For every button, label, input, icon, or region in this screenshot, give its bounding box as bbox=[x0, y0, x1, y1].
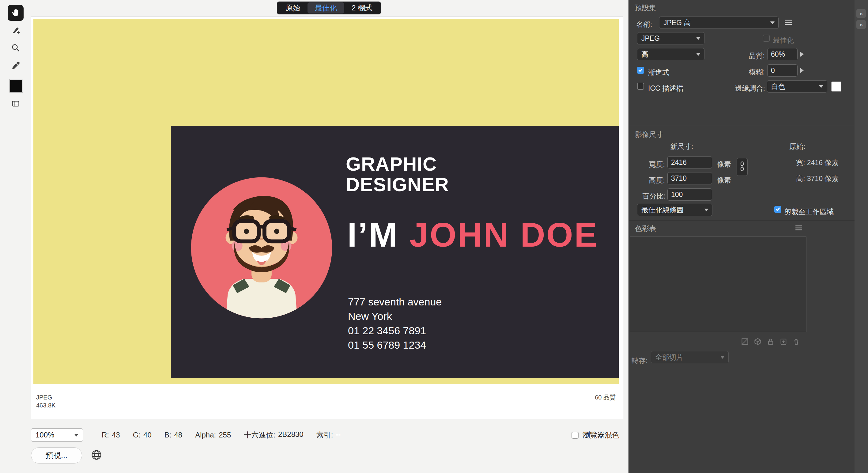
preset-menu-button[interactable] bbox=[784, 19, 793, 27]
panel-menu-icon bbox=[784, 22, 793, 27]
card-intro: I’M JOHN DOE bbox=[347, 215, 598, 255]
hand-icon bbox=[10, 7, 21, 19]
blur-label: 模糊: bbox=[740, 67, 765, 77]
blur-input[interactable] bbox=[767, 64, 798, 77]
preset-name-label: 名稱: bbox=[636, 20, 652, 29]
web-shift-cube-icon-button[interactable] bbox=[754, 337, 762, 346]
card-name: JOHN DOE bbox=[409, 216, 598, 254]
globe-icon bbox=[91, 456, 102, 462]
antialias-select[interactable]: 最佳化線條圖 bbox=[637, 204, 712, 216]
new-color-icon-button[interactable] bbox=[779, 337, 787, 346]
preview-region: GRAPHIC DESIGNER I’M JOHN DOE 777 sevent… bbox=[31, 17, 623, 419]
quality-label: 品質: bbox=[740, 51, 765, 61]
expand-panel-button[interactable]: » bbox=[856, 20, 866, 29]
preset-name-value: JPEG 高 bbox=[663, 18, 691, 28]
tab-2up[interactable]: 2 欄式 bbox=[344, 2, 380, 13]
slices-visibility-icon bbox=[11, 99, 20, 109]
image-size-section-title: 影像尺寸 bbox=[635, 130, 663, 139]
map-transparency-icon-button[interactable] bbox=[741, 337, 749, 346]
percent-label: 百分比: bbox=[637, 191, 665, 201]
icc-profile-checkbox[interactable] bbox=[637, 83, 644, 90]
lock-color-icon-button[interactable] bbox=[767, 337, 775, 346]
blur-slider-expander[interactable] bbox=[800, 68, 804, 73]
panel-dock-strip: » » bbox=[855, 0, 868, 473]
preset-name-select[interactable]: JPEG 高 bbox=[659, 17, 779, 29]
browser-dither-checkbox[interactable] bbox=[571, 432, 579, 439]
preview-in-browser-button[interactable]: 預視... bbox=[31, 447, 82, 464]
color-readouts: R:43 G:40 B:48 Alpha:255 十六進位:2B2830 索引:… bbox=[102, 428, 341, 442]
settings-panel: 預設集 名稱: JPEG 高 JPEG 最佳化 高 品質: 漸進式 模糊: bbox=[628, 0, 855, 473]
optimized-checkbox-label: 最佳化 bbox=[773, 35, 794, 45]
fill-color-swatch[interactable] bbox=[9, 79, 23, 92]
save-for-web-dialog: 原始 最佳化 2 欄式 bbox=[0, 0, 868, 473]
color-table-menu-button[interactable] bbox=[795, 225, 803, 232]
original-height-readout: 高: 3710 像素 bbox=[796, 174, 839, 183]
chevron-down-icon bbox=[819, 85, 823, 88]
toggle-slices-button[interactable] bbox=[8, 96, 24, 112]
presets-section-title: 預設集 bbox=[635, 3, 656, 12]
browser-globe-button[interactable] bbox=[91, 449, 102, 462]
chevron-down-icon bbox=[696, 37, 701, 40]
tab-original[interactable]: 原始 bbox=[278, 2, 308, 13]
slice-select-tool-button[interactable] bbox=[8, 23, 24, 38]
view-tabs: 原始 最佳化 2 欄式 bbox=[277, 2, 381, 14]
icc-profile-label: ICC 描述檔 bbox=[648, 84, 683, 93]
panel-menu-icon bbox=[795, 227, 803, 232]
eyedropper-icon bbox=[11, 61, 21, 72]
percent-input[interactable] bbox=[668, 188, 712, 201]
width-input[interactable] bbox=[668, 156, 712, 169]
section-divider bbox=[629, 220, 855, 220]
card-title: GRAPHIC DESIGNER bbox=[346, 154, 449, 195]
compression-quality-select[interactable]: 高 bbox=[637, 48, 705, 60]
chevron-down-icon bbox=[770, 22, 775, 24]
matte-select[interactable]: 白色 bbox=[767, 80, 827, 92]
file-format-value: JPEG bbox=[641, 34, 660, 42]
avatar bbox=[190, 176, 334, 320]
chevron-down-icon bbox=[696, 53, 701, 56]
height-unit-label: 像素 bbox=[717, 176, 731, 185]
quality-input[interactable] bbox=[767, 48, 798, 60]
browser-dither-row: 瀏覽器混色 bbox=[571, 428, 619, 442]
zoom-level-select[interactable]: 100% bbox=[31, 428, 83, 442]
section-divider bbox=[629, 125, 855, 125]
filesize-label: 463.8K bbox=[36, 401, 56, 409]
preview-format-size: JPEG 463.8K bbox=[36, 393, 56, 409]
browser-dither-label: 瀏覽器混色 bbox=[583, 430, 619, 440]
slice-select-icon bbox=[11, 25, 21, 36]
export-label: 轉存: bbox=[631, 356, 648, 365]
zoom-value: 100% bbox=[35, 431, 54, 439]
quality-slider-expander[interactable] bbox=[800, 52, 804, 57]
file-format-select[interactable]: JPEG bbox=[637, 32, 705, 45]
original-size-label: 原始: bbox=[789, 142, 805, 151]
matte-color-swatch[interactable] bbox=[831, 82, 841, 92]
color-table-section-title: 色彩表 bbox=[635, 224, 656, 233]
quality-note: 60 品質 bbox=[595, 393, 616, 401]
clip-to-artboard-label: 剪裁至工作區域 bbox=[784, 207, 834, 216]
link-chain-icon bbox=[739, 161, 745, 173]
optimized-checkbox[interactable] bbox=[763, 35, 770, 42]
chevron-down-icon bbox=[720, 356, 725, 359]
antialias-value: 最佳化線條圖 bbox=[641, 205, 684, 215]
card-address: 777 seventh avenue New York 01 22 3456 7… bbox=[348, 295, 442, 352]
eyedropper-tool-button[interactable] bbox=[8, 58, 24, 74]
hand-tool-button[interactable] bbox=[8, 5, 24, 21]
chevron-down-icon bbox=[704, 209, 708, 211]
height-input[interactable] bbox=[668, 172, 712, 184]
original-width-readout: 寬: 2416 像素 bbox=[796, 158, 839, 168]
matte-value: 白色 bbox=[771, 82, 785, 91]
expand-panel-button[interactable]: » bbox=[856, 9, 866, 18]
new-size-label: 新尺寸: bbox=[670, 142, 693, 151]
clip-to-artboard-checkbox[interactable] bbox=[774, 206, 781, 213]
zoom-tool-button[interactable] bbox=[8, 40, 24, 56]
color-table-area[interactable] bbox=[630, 237, 806, 332]
progressive-label: 漸進式 bbox=[648, 68, 669, 77]
export-slices-select[interactable]: 全部切片 bbox=[651, 351, 728, 363]
tab-optimized[interactable]: 最佳化 bbox=[308, 2, 344, 13]
optimized-preview-canvas[interactable]: GRAPHIC DESIGNER I’M JOHN DOE 777 sevent… bbox=[33, 19, 619, 384]
delete-color-icon-button[interactable] bbox=[792, 337, 800, 346]
format-label: JPEG bbox=[36, 393, 56, 401]
progressive-checkbox[interactable] bbox=[637, 67, 644, 74]
export-slices-value: 全部切片 bbox=[655, 353, 683, 362]
chevron-down-icon bbox=[74, 434, 79, 437]
constrain-proportions-button[interactable] bbox=[737, 158, 748, 176]
